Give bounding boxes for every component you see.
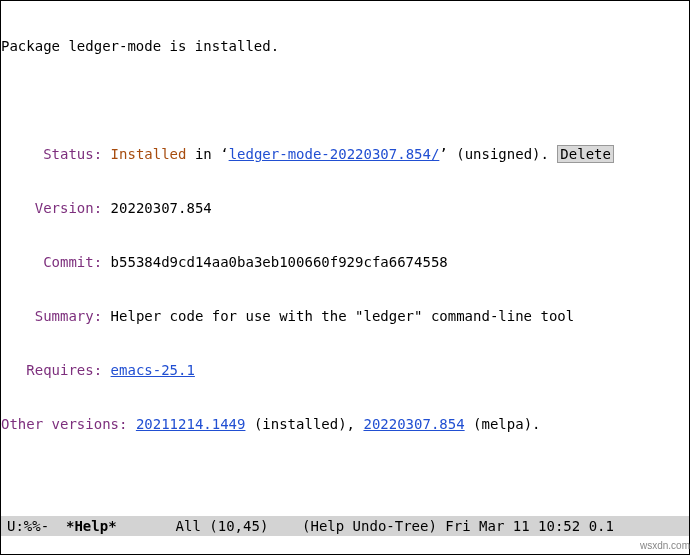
help-buffer[interactable]: Package ledger-mode is installed. Status… bbox=[1, 1, 689, 516]
version-label: Version: bbox=[35, 200, 102, 216]
summary-label: Summary: bbox=[35, 308, 102, 324]
other-versions-label: Other versions: bbox=[1, 416, 127, 432]
summary-value: Helper code for use with the "ledger" co… bbox=[111, 308, 575, 324]
status-after-dir: ’ (unsigned). bbox=[439, 146, 557, 162]
modeline-time: Fri Mar 11 10:52 0.1 bbox=[445, 516, 614, 536]
modeline-modes: (Help Undo-Tree) bbox=[302, 516, 437, 536]
modeline-coding: U:%%- bbox=[7, 516, 49, 536]
commit-value: b55384d9cd14aa0ba3eb100660f929cfa6674558 bbox=[111, 254, 448, 270]
modeline-position: All (10,45) bbox=[176, 516, 269, 536]
status-in-text: in ‘ bbox=[186, 146, 228, 162]
other-version-2-after: (melpa). bbox=[465, 416, 541, 432]
delete-button[interactable]: Delete bbox=[557, 145, 614, 163]
requires-label: Requires: bbox=[26, 362, 102, 378]
other-version-1-link[interactable]: 20211214.1449 bbox=[136, 416, 246, 432]
modeline-buffer-name: *Help* bbox=[66, 516, 117, 536]
package-dir-link[interactable]: ledger-mode-20220307.854/ bbox=[229, 146, 440, 162]
other-version-2-link[interactable]: 20220307.854 bbox=[363, 416, 464, 432]
watermark: wsxdn.com bbox=[640, 537, 690, 555]
package-header: Package ledger-mode is installed. bbox=[1, 38, 279, 54]
mode-line[interactable]: U:%%- *Help* All (10,45) (Help Undo-Tree… bbox=[1, 516, 689, 536]
requires-link[interactable]: emacs-25.1 bbox=[111, 362, 195, 378]
status-value: Installed bbox=[111, 146, 187, 162]
commit-label: Commit: bbox=[43, 254, 102, 270]
other-version-1-after: (installed), bbox=[245, 416, 363, 432]
version-value: 20220307.854 bbox=[111, 200, 212, 216]
emacs-frame: Package ledger-mode is installed. Status… bbox=[0, 0, 690, 555]
minibuffer[interactable] bbox=[1, 536, 689, 554]
status-label: Status: bbox=[43, 146, 102, 162]
